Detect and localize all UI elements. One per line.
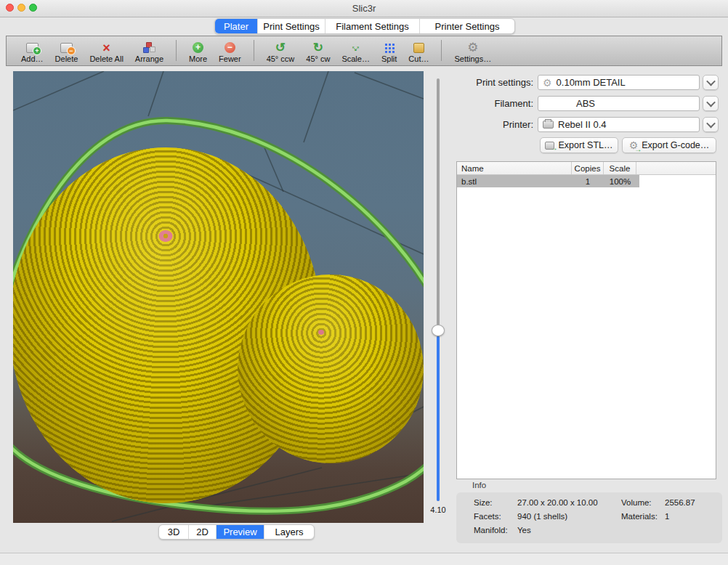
cut-label: Cut… — [408, 54, 429, 64]
delete-all-label: Delete All — [89, 54, 123, 64]
cell-filler — [639, 175, 716, 187]
settings-label: Settings… — [454, 54, 491, 64]
rotate-ccw-button[interactable]: ↺ 45° ccw — [267, 41, 295, 64]
view-tab-layers[interactable]: Layers — [264, 525, 314, 539]
view-tab-2d[interactable]: 2D — [189, 525, 217, 539]
printer-dropdown-button[interactable] — [703, 117, 719, 132]
delete-icon: − — [60, 41, 73, 54]
column-filler — [636, 162, 716, 174]
chevron-down-icon — [706, 77, 716, 86]
settings-button[interactable]: ⚙ Settings… — [454, 41, 491, 64]
scale-button[interactable]: ↔ ↔ Scale… — [341, 41, 370, 64]
more-label: More — [189, 54, 207, 64]
split-button[interactable]: Split — [381, 41, 397, 64]
toolbar-separator — [441, 40, 442, 61]
delete-button[interactable]: − Delete — [55, 41, 78, 64]
arrange-label: Arrange — [135, 54, 163, 64]
cut-icon — [413, 41, 424, 54]
column-copies[interactable]: Copies — [572, 162, 604, 174]
print-settings-value: 0.10mm DETAIL — [557, 77, 626, 88]
title-bar: Slic3r — [0, 0, 728, 17]
view-tab-3d[interactable]: 3D — [159, 525, 189, 539]
filament-field[interactable]: ABS — [538, 96, 700, 111]
info-box: Size: 27.00 x 20.00 x 10.00 Volume: 2556… — [456, 492, 722, 543]
rotate-cw-icon: ↻ — [313, 41, 323, 54]
rotate-ccw-icon: ↺ — [275, 41, 286, 54]
filament-dropdown-button[interactable] — [703, 96, 719, 111]
delete-all-button[interactable]: × Delete All — [89, 41, 123, 64]
facets-value: 940 (1 shells) — [517, 512, 567, 521]
view-tab-preview[interactable]: Preview — [217, 525, 264, 539]
scale-label: Scale… — [341, 54, 370, 64]
fewer-button[interactable]: − Fewer — [219, 41, 241, 64]
printer-field[interactable]: Rebel II 0.4 — [538, 117, 700, 132]
gear-icon: ⚙ — [543, 78, 552, 88]
arrange-button[interactable]: Arrange — [135, 41, 163, 64]
materials-label: Materials: — [621, 512, 658, 521]
more-icon: + — [193, 41, 203, 54]
toolbar: + Add… − Delete × Delete All Arrange + M… — [6, 36, 722, 66]
apex-marker-large — [157, 229, 174, 243]
rotate-ccw-label: 45° ccw — [267, 54, 295, 64]
apex-marker-small — [318, 330, 324, 335]
cell-name: b.stl — [457, 175, 572, 187]
layer-slider-value: 4.10 — [427, 505, 449, 514]
tab-filament-settings[interactable]: Filament Settings — [325, 19, 420, 33]
tab-plater[interactable]: Plater — [215, 19, 258, 33]
slic3r-window: Slic3r Plater Print Settings Filament Se… — [0, 0, 728, 565]
printer-icon — [543, 121, 554, 129]
size-label: Size: — [474, 498, 493, 508]
rotate-cw-button[interactable]: ↻ 45° cw — [306, 41, 330, 64]
export-stl-button[interactable]: → Export STL… — [540, 137, 618, 153]
facets-label: Facets: — [474, 512, 501, 521]
layer-slider-fill — [437, 336, 440, 501]
split-icon — [384, 41, 395, 54]
cell-scale: 100% — [604, 175, 636, 187]
add-icon: + — [26, 41, 39, 54]
print-bed-canvas[interactable] — [13, 71, 424, 523]
dome-shading — [238, 275, 424, 463]
object-table[interactable]: Name Copies Scale b.stl 1 100% — [456, 161, 716, 479]
status-bar — [0, 553, 728, 565]
print-settings-field[interactable]: ⚙ 0.10mm DETAIL — [538, 75, 700, 90]
more-button[interactable]: + More — [189, 41, 207, 64]
tab-print-settings[interactable]: Print Settings — [258, 19, 325, 33]
printer-label: Printer: — [437, 117, 533, 132]
view-tab-bar: 3D 2D Preview Layers — [158, 524, 315, 540]
window-title: Slic3r — [0, 0, 728, 17]
export-stl-label: Export STL… — [558, 140, 612, 150]
filament-label: Filament: — [437, 96, 533, 111]
table-row[interactable]: b.stl 1 100% — [457, 175, 716, 187]
delete-label: Delete — [55, 54, 78, 64]
volume-value: 2556.87 — [665, 498, 695, 508]
add-button[interactable]: + Add… — [21, 41, 44, 64]
chevron-down-icon — [706, 98, 716, 107]
printer-value: Rebel II 0.4 — [558, 119, 607, 130]
toolbar-separator — [254, 40, 254, 61]
materials-value: 1 — [665, 512, 669, 521]
info-title: Info — [472, 481, 486, 489]
split-label: Split — [381, 54, 397, 64]
size-value: 27.00 x 20.00 x 10.00 — [517, 498, 598, 508]
rotate-cw-label: 45° cw — [306, 54, 330, 64]
tab-printer-settings[interactable]: Printer Settings — [420, 19, 514, 33]
fewer-icon: − — [225, 41, 235, 54]
print-settings-dropdown-button[interactable] — [703, 75, 719, 90]
chevron-down-icon — [706, 119, 716, 129]
toolbar-separator — [176, 40, 177, 61]
manifold-value: Yes — [517, 526, 531, 535]
column-name[interactable]: Name — [457, 162, 572, 174]
object-small-dome[interactable] — [238, 275, 424, 463]
filament-value: ABS — [576, 98, 595, 109]
layer-slider-thumb[interactable] — [432, 325, 445, 336]
fewer-label: Fewer — [219, 54, 241, 64]
gear-icon: ⚙ — [467, 41, 478, 54]
export-gcode-button[interactable]: ⚙→ Export G-code… — [622, 137, 716, 153]
cut-button[interactable]: Cut… — [408, 41, 429, 64]
export-gcode-label: Export G-code… — [642, 140, 709, 150]
column-scale[interactable]: Scale — [604, 162, 636, 174]
gcode-gear-icon: ⚙→ — [629, 140, 639, 150]
table-header: Name Copies Scale — [457, 162, 716, 175]
add-label: Add… — [21, 54, 44, 64]
main-tab-bar: Plater Print Settings Filament Settings … — [214, 18, 515, 34]
